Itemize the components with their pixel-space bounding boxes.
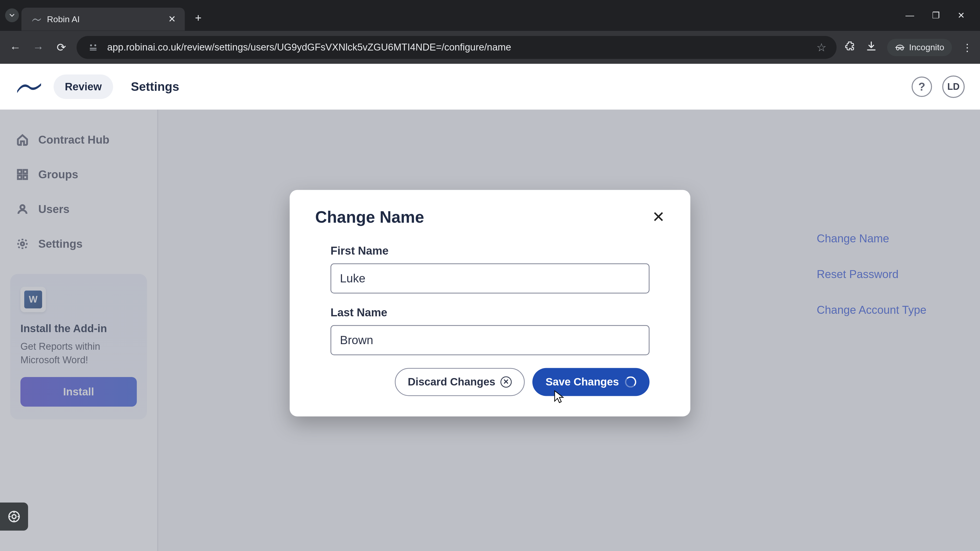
tab-favicon-icon — [32, 14, 42, 24]
svg-point-9 — [12, 514, 16, 519]
help-button[interactable]: ? — [912, 76, 932, 97]
modal-title: Change Name — [315, 208, 424, 227]
loading-spinner-icon — [625, 376, 636, 387]
save-changes-button[interactable]: Save Changes — [532, 368, 649, 396]
window-close-icon[interactable]: ✕ — [958, 10, 965, 21]
incognito-label: Incognito — [909, 42, 944, 52]
new-tab-button[interactable]: + — [195, 11, 202, 24]
last-name-label: Last Name — [331, 306, 649, 319]
browser-tab[interactable]: Robin AI ✕ — [21, 8, 185, 30]
svg-point-0 — [90, 44, 92, 46]
first-name-input[interactable] — [331, 263, 649, 293]
discard-changes-button[interactable]: Discard Changes ✕ — [395, 368, 525, 396]
browser-chrome: Robin AI ✕ + — ❐ ✕ ← → ⟳ app.robinai.co.… — [0, 0, 980, 64]
circle-x-icon: ✕ — [501, 376, 512, 387]
url-text: app.robinai.co.uk/review/settings/users/… — [107, 42, 809, 53]
window-maximize-icon[interactable]: ❐ — [932, 10, 940, 21]
review-nav-button[interactable]: Review — [54, 75, 113, 99]
tab-search-dropdown[interactable] — [5, 8, 19, 22]
tab-title: Robin AI — [47, 14, 162, 24]
site-info-icon[interactable] — [87, 41, 100, 54]
browser-menu-icon[interactable]: ⋮ — [962, 41, 972, 53]
window-minimize-icon[interactable]: — — [905, 10, 914, 21]
nav-forward-icon[interactable]: → — [30, 40, 46, 55]
change-name-modal: Change Name ✕ First Name Last Name Disca… — [290, 190, 690, 416]
app-viewport: Review Settings ? LD Contract Hub Groups — [0, 64, 980, 551]
svg-point-1 — [94, 44, 96, 46]
tab-strip: Robin AI ✕ + — ❐ ✕ — [0, 0, 980, 30]
user-avatar[interactable]: LD — [942, 76, 965, 98]
bookmark-star-icon[interactable]: ☆ — [816, 41, 826, 54]
support-widget-button[interactable] — [0, 503, 28, 530]
url-field[interactable]: app.robinai.co.uk/review/settings/users/… — [76, 36, 837, 59]
nav-back-icon[interactable]: ← — [8, 40, 23, 55]
extensions-icon[interactable] — [844, 41, 856, 54]
app-header: Review Settings ? LD — [0, 64, 980, 110]
first-name-label: First Name — [331, 245, 649, 257]
downloads-icon[interactable] — [865, 41, 877, 54]
address-bar: ← → ⟳ app.robinai.co.uk/review/settings/… — [0, 30, 980, 64]
modal-overlay[interactable]: Change Name ✕ First Name Last Name Disca… — [0, 110, 980, 551]
incognito-indicator[interactable]: Incognito — [887, 39, 952, 56]
window-controls: — ❐ ✕ — [905, 10, 975, 21]
last-name-input[interactable] — [331, 325, 649, 355]
nav-reload-icon[interactable]: ⟳ — [54, 40, 69, 55]
page-title: Settings — [131, 79, 179, 94]
tab-close-icon[interactable]: ✕ — [167, 14, 177, 24]
toolbar-icons: Incognito ⋮ — [844, 39, 972, 56]
app-logo-icon[interactable] — [15, 78, 43, 96]
modal-close-button[interactable]: ✕ — [652, 210, 665, 225]
